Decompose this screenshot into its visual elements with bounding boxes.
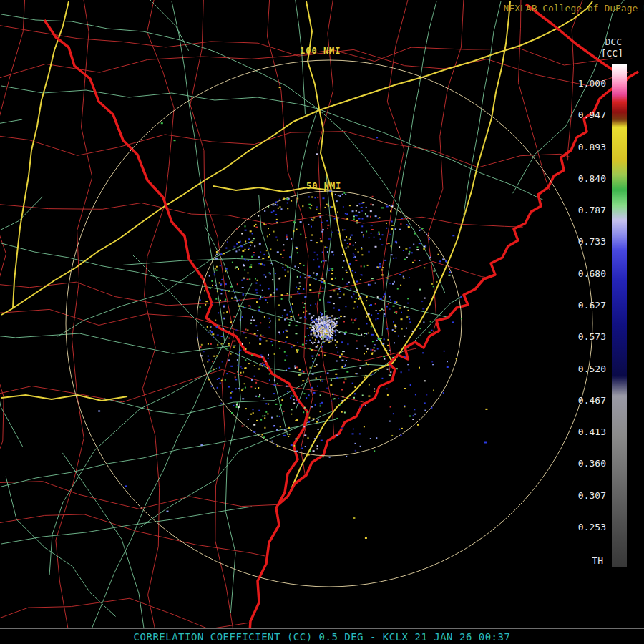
savannah-river-border — [44, 20, 308, 643]
colorbar-tick-label: 0.840 — [578, 174, 606, 184]
colorbar-labels: 1.0000.9470.8930.8400.7870.7330.6800.627… — [578, 79, 606, 532]
colorbar-threshold-label: TH — [592, 555, 603, 566]
highway — [319, 1, 592, 110]
road — [464, 1, 501, 215]
map-canvas — [0, 0, 644, 644]
road — [1, 86, 318, 109]
colorbar-tick-label: 0.893 — [578, 142, 606, 152]
colorbar-gradient — [612, 64, 627, 567]
highway — [248, 363, 393, 643]
colorbar-unit: [CC] — [601, 48, 623, 59]
highway — [1, 395, 127, 401]
colorbar-tick-label: 0.627 — [578, 301, 606, 311]
colorbar-tick-label: 0.733 — [578, 237, 606, 247]
colorbar-tick-label: 0.947 — [578, 110, 606, 120]
state-borders — [44, 4, 638, 643]
footer-bar: CORRELATION COEFFICIENT (CC) 0.5 DEG - K… — [0, 628, 644, 644]
ring-label-50nmi: 50 NMI — [306, 181, 341, 191]
road — [1, 507, 252, 544]
colorbar-title: DCC — [605, 36, 622, 47]
road — [382, 1, 436, 336]
product-caption: CORRELATION COEFFICIENT (CC) 0.5 DEG - K… — [134, 631, 511, 643]
colorbar-tick-label: 1.000 — [578, 79, 606, 89]
colorbar-tick-label: 0.520 — [578, 364, 606, 374]
colorbar-tick-label: 0.413 — [578, 427, 606, 437]
colorbar-tick-label: 0.253 — [578, 522, 606, 532]
colorbar-tick-label: 0.467 — [578, 396, 606, 406]
colorbar-tick-label: 0.787 — [578, 205, 606, 215]
colorbar-tick-label: 0.680 — [578, 269, 606, 279]
attribution-text: NEXLAB-College of DuPage N — [504, 3, 644, 14]
colorbar-tick-label: 0.360 — [578, 459, 606, 469]
colorbar-tick-label: 0.573 — [578, 332, 606, 342]
radar-display: 100 NMI 50 NMI NEXLAB-College of DuPage … — [0, 0, 644, 644]
colorbar-tick-label: 0.307 — [578, 491, 606, 501]
highway — [13, 1, 69, 308]
ring-label-100nmi: 100 NMI — [300, 46, 341, 56]
